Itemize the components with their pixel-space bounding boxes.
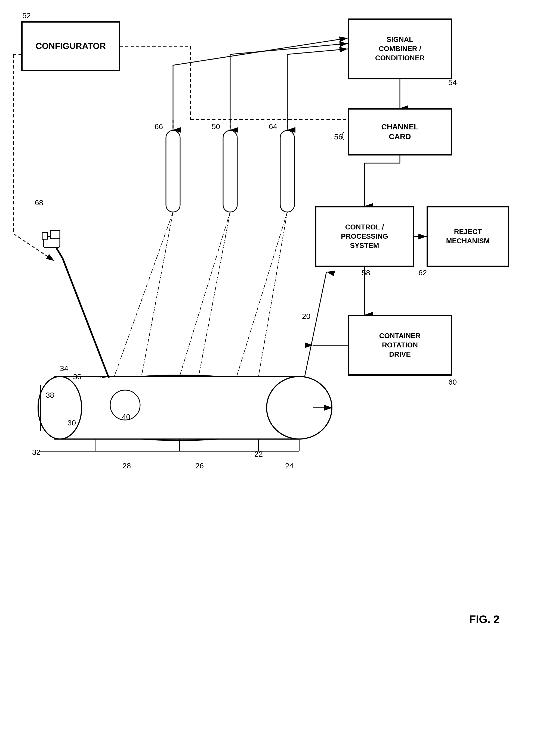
configurator-label: CONFIGURATOR bbox=[36, 41, 106, 52]
control-processing-label: CONTROL /PROCESSINGSYSTEM bbox=[341, 223, 388, 250]
svg-point-40 bbox=[266, 377, 332, 439]
svg-rect-52 bbox=[42, 232, 48, 239]
svg-line-35 bbox=[14, 234, 54, 261]
svg-line-57 bbox=[179, 212, 230, 377]
svg-rect-11 bbox=[223, 130, 237, 212]
ref-54: 54 bbox=[448, 78, 457, 87]
svg-line-54 bbox=[95, 377, 106, 378]
ref-60: 60 bbox=[448, 378, 457, 387]
svg-line-60 bbox=[258, 212, 287, 377]
ref-22: 22 bbox=[254, 450, 263, 459]
ref-40: 40 bbox=[122, 413, 130, 421]
svg-point-41 bbox=[38, 377, 82, 439]
ref-36: 36 bbox=[73, 372, 81, 381]
svg-point-36 bbox=[44, 375, 316, 440]
svg-rect-51 bbox=[44, 237, 60, 247]
ref-64: 64 bbox=[269, 122, 277, 131]
svg-line-56 bbox=[141, 212, 173, 377]
ref-20: 20 bbox=[302, 312, 311, 321]
ref-66: 66 bbox=[154, 122, 163, 131]
diagram-container: CONFIGURATOR SIGNALCOMBINER /CONDITIONER… bbox=[0, 0, 543, 756]
reject-mechanism-label: REJECTMECHANISM bbox=[446, 227, 490, 246]
channel-card-box: CHANNELCARD bbox=[348, 109, 452, 155]
svg-rect-10 bbox=[166, 130, 180, 212]
signal-combiner-box: SIGNALCOMBINER /CONDITIONER bbox=[348, 19, 452, 79]
reject-mechanism-box: REJECTMECHANISM bbox=[427, 207, 509, 266]
svg-rect-12 bbox=[280, 130, 295, 212]
ref-50: 50 bbox=[212, 122, 220, 131]
ref-68: 68 bbox=[35, 198, 43, 207]
ref-34: 34 bbox=[60, 364, 68, 373]
ref-56: 56 bbox=[334, 133, 343, 141]
fig-label: FIG. 2 bbox=[469, 613, 499, 626]
diagram-svg bbox=[0, 0, 543, 756]
ref-38: 38 bbox=[46, 391, 54, 400]
ref-30: 30 bbox=[67, 419, 76, 427]
svg-line-28 bbox=[173, 38, 348, 65]
ref-32: 32 bbox=[32, 448, 41, 457]
container-rotation-box: CONTAINERROTATIONDRIVE bbox=[348, 315, 452, 375]
container-rotation-label: CONTAINERROTATIONDRIVE bbox=[379, 331, 421, 359]
svg-line-49 bbox=[54, 245, 63, 258]
svg-line-58 bbox=[198, 212, 230, 377]
svg-line-59 bbox=[237, 212, 287, 377]
svg-point-50 bbox=[44, 237, 60, 247]
control-processing-box: CONTROL /PROCESSINGSYSTEM bbox=[316, 207, 414, 266]
ref-28: 28 bbox=[122, 462, 131, 470]
svg-line-63 bbox=[305, 272, 327, 377]
svg-rect-53 bbox=[50, 231, 60, 239]
svg-line-55 bbox=[114, 212, 173, 377]
svg-line-48 bbox=[63, 258, 109, 378]
svg-rect-37 bbox=[54, 377, 305, 439]
ref-58: 58 bbox=[362, 269, 370, 277]
ref-52: 52 bbox=[22, 11, 31, 20]
svg-line-30 bbox=[230, 43, 348, 54]
ref-24: 24 bbox=[285, 462, 294, 470]
ref-26: 26 bbox=[195, 462, 204, 470]
svg-line-32 bbox=[287, 49, 348, 54]
channel-card-label: CHANNELCARD bbox=[382, 122, 419, 142]
ref-62: 62 bbox=[418, 269, 427, 277]
signal-combiner-label: SIGNALCOMBINER /CONDITIONER bbox=[375, 35, 425, 63]
configurator-box: CONFIGURATOR bbox=[22, 22, 120, 71]
